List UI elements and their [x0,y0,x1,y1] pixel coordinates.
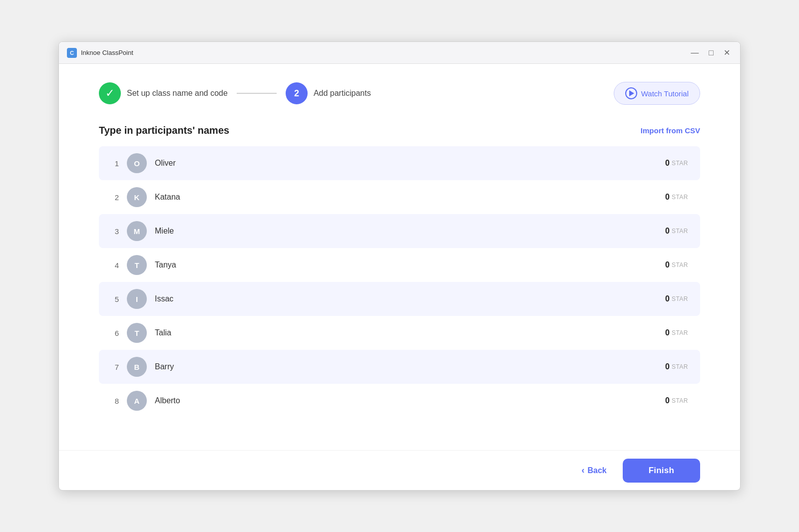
app-icon: C [67,48,77,58]
bottom-nav: ‹ Back Finish [59,450,740,490]
step2-label: Add participants [314,89,371,98]
titlebar-controls: — □ ✕ [689,48,732,58]
close-button[interactable]: ✕ [722,48,732,58]
participant-row[interactable]: 4 T Tanya 0 STAR [99,248,700,282]
main-content: ✓ Set up class name and code 2 Add parti… [59,64,740,450]
star-count: 0 STAR [665,193,688,202]
finish-button[interactable]: Finish [623,459,700,483]
row-number: 3 [107,227,119,236]
participant-name: Tanya [155,261,657,269]
avatar: M [127,221,147,241]
participant-row[interactable]: 7 B Barry 0 STAR [99,350,700,384]
participant-name: Miele [155,227,657,236]
app-window: C Inknoe ClassPoint — □ ✕ ✓ Set up class… [58,41,741,491]
participant-row[interactable]: 3 M Miele 0 STAR [99,214,700,248]
avatar: T [127,323,147,343]
step2-active-icon: 2 [286,82,308,104]
star-count: 0 STAR [665,328,688,337]
minimize-button[interactable]: — [689,48,701,58]
participant-row[interactable]: 5 I Issac 0 STAR [99,282,700,316]
avatar: K [127,187,147,207]
stepper: ✓ Set up class name and code 2 Add parti… [99,82,700,105]
participant-name: Barry [155,362,657,371]
star-label: STAR [672,329,688,336]
step-divider [237,93,277,94]
star-label: STAR [672,194,688,201]
watch-tutorial-button[interactable]: Watch Tutorial [614,82,700,105]
participant-name: Issac [155,294,657,303]
row-number: 7 [107,363,119,371]
titlebar: C Inknoe ClassPoint — □ ✕ [59,42,740,64]
row-number: 6 [107,329,119,337]
section-title: Type in participants' names [99,125,229,136]
star-label: STAR [672,363,688,370]
step-1: ✓ Set up class name and code [99,82,228,104]
participant-name: Oliver [155,159,657,168]
row-number: 1 [107,159,119,168]
participant-row[interactable]: 1 O Oliver 0 STAR [99,146,700,180]
avatar: I [127,289,147,309]
star-label: STAR [672,295,688,302]
star-label: STAR [672,160,688,167]
row-number: 2 [107,193,119,202]
import-csv-button[interactable]: Import from CSV [641,126,700,135]
back-chevron-icon: ‹ [581,465,584,476]
star-count: 0 STAR [665,294,688,303]
step1-label: Set up class name and code [127,89,228,98]
star-count: 0 STAR [665,227,688,236]
star-number: 0 [665,227,670,236]
participant-name: Alberto [155,396,657,405]
star-number: 0 [665,328,670,337]
star-number: 0 [665,261,670,269]
avatar: A [127,391,147,411]
star-number: 0 [665,159,670,168]
app-title: Inknoe ClassPoint [81,49,133,56]
play-triangle-icon [629,90,634,96]
star-number: 0 [665,193,670,202]
avatar: B [127,357,147,377]
star-count: 0 STAR [665,261,688,269]
section-header: Type in participants' names Import from … [99,125,700,136]
star-number: 0 [665,362,670,371]
step1-done-icon: ✓ [99,82,121,104]
star-number: 0 [665,396,670,405]
avatar: T [127,255,147,275]
participants-list[interactable]: 1 O Oliver 0 STAR 2 K Katana 0 STAR 3 M … [99,146,700,440]
step-2: 2 Add participants [286,82,371,104]
avatar: O [127,153,147,173]
stepper-left: ✓ Set up class name and code 2 Add parti… [99,82,371,104]
row-number: 5 [107,295,119,303]
star-label: STAR [672,397,688,404]
play-icon [625,87,637,99]
star-count: 0 STAR [665,396,688,405]
row-number: 8 [107,397,119,405]
participant-row[interactable]: 8 A Alberto 0 STAR [99,384,700,418]
back-label: Back [587,466,606,475]
titlebar-left: C Inknoe ClassPoint [67,48,133,58]
star-number: 0 [665,294,670,303]
participant-name: Talia [155,328,657,337]
participant-name: Katana [155,193,657,202]
star-label: STAR [672,228,688,235]
participant-row[interactable]: 2 K Katana 0 STAR [99,180,700,214]
star-label: STAR [672,262,688,268]
star-count: 0 STAR [665,362,688,371]
row-number: 4 [107,261,119,269]
participant-row[interactable]: 6 T Talia 0 STAR [99,316,700,350]
watch-tutorial-label: Watch Tutorial [641,89,689,98]
maximize-button[interactable]: □ [707,48,716,58]
star-count: 0 STAR [665,159,688,168]
back-button[interactable]: ‹ Back [573,460,614,481]
